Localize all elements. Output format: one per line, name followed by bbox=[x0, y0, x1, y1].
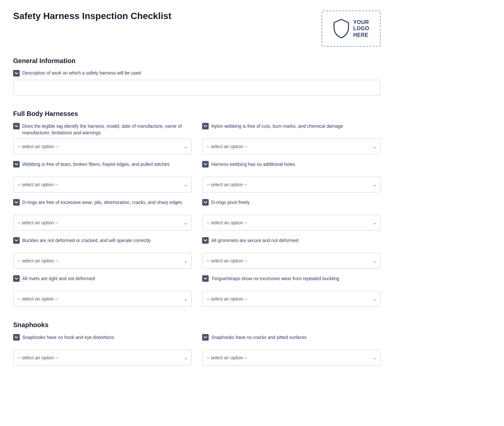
field-label-9: All rivets are tight and not deformed bbox=[22, 275, 95, 282]
field-question-6: D-rings pivot freely bbox=[202, 199, 381, 212]
select-wrapper-4: -- select an option -- Pass Fail N/A ⌄ bbox=[202, 177, 381, 192]
snap-select-field-2[interactable]: -- select an option -- Pass Fail N/A bbox=[202, 350, 381, 366]
logo-placeholder: YOURLOGOHERE bbox=[322, 11, 381, 47]
field-question-8: All grommets are secure and not deformed bbox=[202, 237, 381, 250]
page-header: Safety Harness Inspection Checklist YOUR… bbox=[13, 11, 381, 47]
shield-icon bbox=[333, 19, 350, 38]
select-field-1[interactable]: -- select an option -- Pass Fail N/A bbox=[13, 139, 192, 154]
chevron-icon bbox=[202, 237, 209, 244]
select-field-10[interactable]: -- select an option -- Pass Fail N/A bbox=[202, 291, 381, 307]
chevron-icon bbox=[13, 199, 20, 206]
snap-field-group-2: Snaphooks have no cracks and pitted surf… bbox=[202, 334, 381, 366]
field-question-3: Webbing is free of tears, broken fibers,… bbox=[13, 161, 192, 174]
field-question-7: Buckles are not deformed or cracked, and… bbox=[13, 237, 192, 250]
logo-text: YOURLOGOHERE bbox=[353, 19, 369, 38]
field-label-4: Harness webbing has no additional holes bbox=[211, 161, 295, 168]
select-wrapper-6: -- select an option -- Pass Fail N/A ⌄ bbox=[202, 215, 381, 231]
snap-field-label-2: Snaphooks have no cracks and pitted surf… bbox=[211, 334, 306, 341]
chevron-icon bbox=[13, 334, 20, 341]
description-input[interactable] bbox=[13, 80, 381, 96]
select-wrapper-10: -- select an option -- Pass Fail N/A ⌄ bbox=[202, 291, 381, 307]
select-wrapper-7: -- select an option -- Pass Fail N/A ⌄ bbox=[13, 253, 192, 269]
snaphooks-title: Snaphooks bbox=[13, 321, 381, 329]
chevron-icon bbox=[202, 334, 209, 341]
select-field-7[interactable]: -- select an option -- Pass Fail N/A bbox=[13, 253, 192, 269]
snaphooks-right-col: Snaphooks have no cracks and pitted surf… bbox=[202, 334, 381, 372]
general-info-title: General Information bbox=[13, 57, 381, 65]
description-label: Description of work on which a safety ha… bbox=[22, 70, 141, 77]
select-field-4[interactable]: -- select an option -- Pass Fail N/A bbox=[202, 177, 381, 192]
snaphooks-left-col: Snaphooks have no hook and eye distortio… bbox=[13, 334, 192, 372]
field-group-1: Does the legible tag identify the harnes… bbox=[13, 123, 192, 154]
chevron-icon bbox=[202, 123, 209, 129]
field-question-5: D-rings are free of excessive wear, pits… bbox=[13, 199, 192, 212]
chevron-icon bbox=[13, 123, 20, 129]
chevron-icon bbox=[202, 161, 209, 168]
select-wrapper-5: -- select an option -- Pass Fail N/A ⌄ bbox=[13, 215, 192, 231]
chevron-icon bbox=[202, 275, 209, 282]
full-body-right-col: Nylon webbing is free of cuts, burn mark… bbox=[202, 123, 381, 313]
select-wrapper-9: -- select an option -- Pass Fail N/A ⌄ bbox=[13, 291, 192, 307]
field-group-10: Tongue/straps show no excessive wear fro… bbox=[202, 275, 381, 307]
field-question-9: All rivets are tight and not deformed bbox=[13, 275, 192, 288]
snap-field-question-2: Snaphooks have no cracks and pitted surf… bbox=[202, 334, 381, 347]
chevron-icon bbox=[13, 237, 20, 244]
select-field-8[interactable]: -- select an option -- Pass Fail N/A bbox=[202, 253, 381, 269]
select-wrapper-1: -- select an option -- Pass Fail N/A ⌄ bbox=[13, 139, 192, 154]
select-wrapper-3: -- select an option -- Pass Fail N/A ⌄ bbox=[13, 177, 192, 192]
select-field-6[interactable]: -- select an option -- Pass Fail N/A bbox=[202, 215, 381, 231]
full-body-left-col: Does the legible tag identify the harnes… bbox=[13, 123, 192, 313]
chevron-icon bbox=[202, 199, 209, 206]
field-question-1: Does the legible tag identify the harnes… bbox=[13, 123, 192, 136]
field-label-3: Webbing is free of tears, broken fibers,… bbox=[22, 161, 170, 168]
chevron-icon bbox=[13, 70, 20, 77]
snap-field-label-1: Snaphooks have no hook and eye distortio… bbox=[22, 334, 114, 341]
full-body-title: Full Body Harnesses bbox=[13, 110, 381, 118]
field-group-7: Buckles are not deformed or cracked, and… bbox=[13, 237, 192, 269]
field-question-10: Tongue/straps show no excessive wear fro… bbox=[202, 275, 381, 288]
snap-select-wrapper-2: -- select an option -- Pass Fail N/A ⌄ bbox=[202, 350, 381, 366]
field-label-1: Does the legible tag identify the harnes… bbox=[22, 123, 192, 136]
description-row: Description of work on which a safety ha… bbox=[13, 70, 381, 77]
chevron-icon bbox=[13, 275, 20, 282]
full-body-section: Full Body Harnesses Does the legible tag… bbox=[13, 110, 381, 313]
full-body-grid: Does the legible tag identify the harnes… bbox=[13, 123, 381, 313]
snaphooks-grid: Snaphooks have no hook and eye distortio… bbox=[13, 334, 381, 372]
field-group-5: D-rings are free of excessive wear, pits… bbox=[13, 199, 192, 231]
select-field-2[interactable]: -- select an option -- Pass Fail N/A bbox=[202, 139, 381, 154]
snap-field-question-1: Snaphooks have no hook and eye distortio… bbox=[13, 334, 192, 347]
field-label-6: D-rings pivot freely bbox=[211, 199, 250, 206]
field-group-9: All rivets are tight and not deformed --… bbox=[13, 275, 192, 307]
select-wrapper-8: -- select an option -- Pass Fail N/A ⌄ bbox=[202, 253, 381, 269]
snap-select-field-1[interactable]: -- select an option -- Pass Fail N/A bbox=[13, 350, 192, 366]
field-group-3: Webbing is free of tears, broken fibers,… bbox=[13, 161, 192, 192]
field-label-8: All grommets are secure and not deformed bbox=[211, 237, 298, 244]
field-question-2: Nylon webbing is free of cuts, burn mark… bbox=[202, 123, 381, 136]
field-group-8: All grommets are secure and not deformed… bbox=[202, 237, 381, 269]
field-group-6: D-rings pivot freely -- select an option… bbox=[202, 199, 381, 231]
field-group-2: Nylon webbing is free of cuts, burn mark… bbox=[202, 123, 381, 154]
field-label-2: Nylon webbing is free of cuts, burn mark… bbox=[211, 123, 343, 130]
field-label-5: D-rings are free of excessive wear, pits… bbox=[22, 199, 182, 206]
select-wrapper-2: -- select an option -- Pass Fail N/A ⌄ bbox=[202, 139, 381, 154]
general-info-section: General Information Description of work … bbox=[13, 57, 381, 102]
select-field-5[interactable]: -- select an option -- Pass Fail N/A bbox=[13, 215, 192, 231]
select-field-3[interactable]: -- select an option -- Pass Fail N/A bbox=[13, 177, 192, 192]
field-group-4: Harness webbing has no additional holes … bbox=[202, 161, 381, 192]
snap-field-group-1: Snaphooks have no hook and eye distortio… bbox=[13, 334, 192, 366]
field-label-10: Tongue/straps show no excessive wear fro… bbox=[211, 275, 339, 282]
snap-select-wrapper-1: -- select an option -- Pass Fail N/A ⌄ bbox=[13, 350, 192, 366]
select-field-9[interactable]: -- select an option -- Pass Fail N/A bbox=[13, 291, 192, 307]
chevron-icon bbox=[13, 161, 20, 168]
snaphooks-section: Snaphooks Snaphooks have no hook and eye… bbox=[13, 321, 381, 372]
field-question-4: Harness webbing has no additional holes bbox=[202, 161, 381, 174]
page-title: Safety Harness Inspection Checklist bbox=[13, 11, 171, 22]
field-label-7: Buckles are not deformed or cracked, and… bbox=[22, 237, 151, 244]
